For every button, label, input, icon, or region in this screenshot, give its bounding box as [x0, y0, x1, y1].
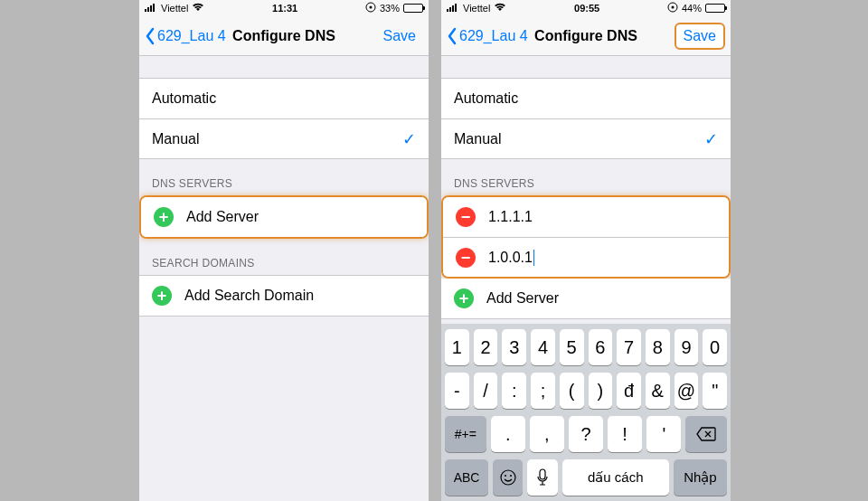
keyboard-key[interactable]: 9: [675, 329, 699, 365]
keyboard-key[interactable]: ;: [531, 373, 555, 409]
text-caret: [533, 250, 534, 266]
keyboard-backspace-key[interactable]: [685, 416, 727, 452]
keyboard-key[interactable]: &: [646, 373, 670, 409]
mic-icon: [536, 468, 549, 487]
add-server-row[interactable]: + Add Server: [441, 279, 731, 318]
mode-manual[interactable]: Manual ✓: [441, 118, 731, 158]
svg-rect-6: [447, 9, 448, 12]
dns-server-value: 1.1.1.1: [488, 209, 533, 225]
mode-manual-label: Manual: [454, 131, 501, 147]
add-server-row[interactable]: + Add Server: [141, 197, 427, 237]
orientation-lock-icon: [365, 2, 376, 14]
add-icon: +: [454, 288, 474, 308]
battery-icon: [705, 4, 725, 13]
dns-server-value: 1.0.0.1: [488, 250, 533, 266]
dns-server-row[interactable]: − 1.0.0.1: [443, 237, 729, 277]
keyboard-key[interactable]: ": [703, 373, 727, 409]
add-server-label: Add Server: [486, 290, 559, 307]
keyboard-key[interactable]: 0: [703, 329, 727, 365]
svg-rect-7: [449, 7, 451, 12]
save-button[interactable]: Save: [376, 24, 423, 48]
add-search-label: Add Search Domain: [184, 288, 314, 304]
keyboard-key[interactable]: :: [502, 373, 526, 409]
carrier-label: Viettel: [463, 3, 490, 14]
remove-icon[interactable]: −: [456, 207, 476, 227]
battery-icon: [403, 4, 423, 13]
svg-point-13: [505, 475, 506, 477]
keyboard-mic-key[interactable]: [527, 459, 557, 496]
save-button[interactable]: Save: [675, 23, 725, 50]
keyboard-key[interactable]: 3: [502, 329, 526, 365]
back-button[interactable]: 629_Lau 4: [145, 27, 226, 45]
keyboard-enter-key[interactable]: Nhập: [674, 459, 727, 496]
svg-rect-8: [452, 5, 454, 12]
keyboard-key[interactable]: @: [675, 373, 699, 409]
back-label: 629_Lau 4: [459, 28, 528, 44]
keyboard-key[interactable]: 7: [617, 329, 641, 365]
checkmark-icon: ✓: [704, 129, 718, 149]
wifi-icon: [192, 3, 204, 14]
phone-left: Viettel 11:31 33% 629_Lau 4 Configure DN…: [139, 0, 429, 501]
keyboard-key[interactable]: ': [646, 416, 681, 452]
keyboard-key[interactable]: 5: [560, 329, 584, 365]
back-button[interactable]: 629_Lau 4: [447, 27, 528, 45]
keyboard-key[interactable]: 2: [474, 329, 498, 365]
dns-servers-header: DNS SERVERS: [139, 159, 429, 195]
mode-automatic[interactable]: Automatic: [441, 79, 731, 118]
highlight-add-server: + Add Server: [139, 195, 429, 239]
nav-bar: 629_Lau 4 Configure DNS Save: [441, 16, 731, 56]
signal-icon: [145, 3, 157, 14]
svg-point-14: [510, 475, 512, 477]
dns-mode-group: Automatic Manual ✓: [441, 78, 731, 159]
nav-bar: 629_Lau 4 Configure DNS Save: [139, 16, 429, 56]
keyboard-key[interactable]: (: [560, 373, 584, 409]
dns-server-row[interactable]: − 1.1.1.1: [443, 197, 729, 237]
keyboard-key[interactable]: 1: [445, 329, 469, 365]
clock: 09:55: [574, 3, 599, 14]
wifi-icon: [494, 3, 506, 14]
back-label: 629_Lau 4: [157, 28, 226, 44]
highlight-dns-entries: − 1.1.1.1 − 1.0.0.1: [441, 195, 731, 279]
remove-icon[interactable]: −: [456, 248, 476, 268]
keyboard-emoji-key[interactable]: [493, 459, 523, 496]
mode-automatic[interactable]: Automatic: [139, 79, 429, 118]
mode-automatic-label: Automatic: [152, 90, 216, 107]
mode-automatic-label: Automatic: [454, 90, 518, 107]
checkmark-icon: ✓: [402, 129, 416, 149]
add-server-label: Add Server: [186, 209, 259, 225]
svg-rect-3: [153, 4, 155, 12]
dns-servers-header: DNS SERVERS: [441, 159, 731, 195]
search-domains-header: SEARCH DOMAINS: [139, 239, 429, 275]
keyboard-key[interactable]: đ: [617, 373, 641, 409]
clock: 11:31: [272, 3, 297, 14]
keyboard-key[interactable]: -: [445, 373, 469, 409]
keyboard-shift-key[interactable]: #+=: [445, 416, 486, 452]
add-icon: +: [154, 207, 174, 227]
keyboard-key[interactable]: ,: [530, 416, 564, 452]
svg-rect-9: [455, 4, 457, 12]
keyboard-abc-key[interactable]: ABC: [445, 459, 488, 496]
chevron-left-icon: [145, 27, 156, 45]
keyboard-key[interactable]: !: [608, 416, 642, 452]
keyboard-key[interactable]: /: [474, 373, 498, 409]
chevron-left-icon: [447, 27, 458, 45]
keyboard-key[interactable]: ): [589, 373, 613, 409]
svg-point-11: [671, 6, 674, 9]
add-icon: +: [152, 286, 172, 306]
mode-manual-label: Manual: [152, 131, 199, 147]
emoji-icon: [499, 468, 517, 487]
keyboard-space-key[interactable]: dấu cách: [562, 459, 669, 496]
svg-rect-15: [540, 469, 545, 479]
keyboard-key[interactable]: 8: [646, 329, 670, 365]
mode-manual[interactable]: Manual ✓: [139, 118, 429, 158]
svg-point-5: [369, 6, 372, 9]
keyboard-key[interactable]: ?: [569, 416, 603, 452]
keyboard-key[interactable]: 4: [531, 329, 555, 365]
svg-point-12: [501, 470, 515, 485]
keyboard-key[interactable]: .: [491, 416, 525, 452]
svg-rect-2: [150, 5, 152, 12]
carrier-label: Viettel: [161, 3, 188, 14]
keyboard-key[interactable]: 6: [589, 329, 613, 365]
status-bar: Viettel 09:55 44%: [441, 0, 731, 16]
add-search-domain-row[interactable]: + Add Search Domain: [139, 276, 429, 316]
